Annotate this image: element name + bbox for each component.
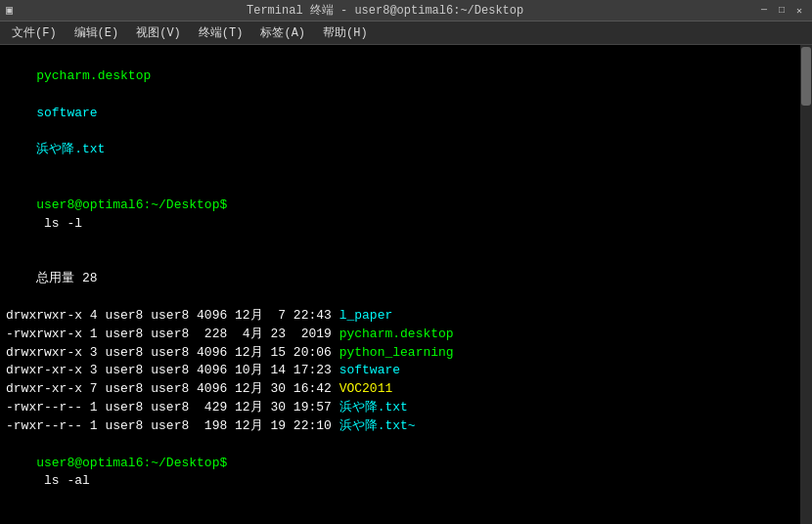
menu-edit[interactable]: 编辑(E) xyxy=(67,22,127,43)
menu-file[interactable]: 文件(F) xyxy=(4,22,65,43)
prompt-1: user8@optimal6:~/Desktop$ ls -l xyxy=(6,178,806,251)
tab-txt: 浜や降.txt xyxy=(36,142,105,156)
ls-line-1: drwxrwxr-x 4 user8 user8 4096 12月 7 22:4… xyxy=(6,307,806,326)
tab-pycharm: pycharm.desktop xyxy=(36,68,151,83)
title-left-icon: ▣ xyxy=(6,3,13,18)
window-title: Terminal 终端 - user8@optimal6:~/Desktop xyxy=(13,2,757,19)
close-button[interactable]: ✕ xyxy=(792,4,806,18)
maximize-button[interactable]: □ xyxy=(775,4,789,18)
window-controls: ─ □ ✕ xyxy=(757,4,806,18)
minimize-button[interactable]: ─ xyxy=(757,4,771,18)
ls-line-2: -rwxrwxr-x 1 user8 user8 228 4月 23 2019 … xyxy=(6,326,806,344)
ls-line-4: drwxr-xr-x 3 user8 user8 4096 10月 14 17:… xyxy=(6,362,806,380)
terminal[interactable]: pycharm.desktop software 浜や降.txt user8@o… xyxy=(0,45,812,524)
ls-line-3: drwxrwxr-x 3 user8 user8 4096 12月 15 20:… xyxy=(6,344,806,363)
total-1: 总用量 28 xyxy=(6,251,806,307)
tab-line: pycharm.desktop software 浜や降.txt xyxy=(6,49,806,178)
menu-tab[interactable]: 标签(A) xyxy=(252,22,313,43)
ls-line-6: -rwxr--r-- 1 user8 user8 429 12月 30 19:5… xyxy=(6,399,806,417)
menu-terminal[interactable]: 终端(T) xyxy=(191,22,251,43)
menubar: 文件(F) 编辑(E) 视图(V) 终端(T) 标签(A) 帮助(H) xyxy=(0,22,812,45)
scrollbar[interactable] xyxy=(800,45,812,524)
prompt-2: user8@optimal6:~/Desktop$ ls -al xyxy=(6,436,806,509)
ls-line-5: drwxr-xr-x 7 user8 user8 4096 12月 30 16:… xyxy=(6,380,806,399)
ls-line-7: -rwxr--r-- 1 user8 user8 198 12月 19 22:1… xyxy=(6,417,806,436)
menu-view[interactable]: 视图(V) xyxy=(128,22,189,43)
tab-software: software xyxy=(36,106,97,120)
menu-help[interactable]: 帮助(H) xyxy=(315,22,376,43)
scrollbar-thumb[interactable] xyxy=(801,47,811,106)
total-2: 总用量 60 xyxy=(6,509,806,524)
titlebar: ▣ Terminal 终端 - user8@optimal6:~/Desktop… xyxy=(0,0,812,22)
